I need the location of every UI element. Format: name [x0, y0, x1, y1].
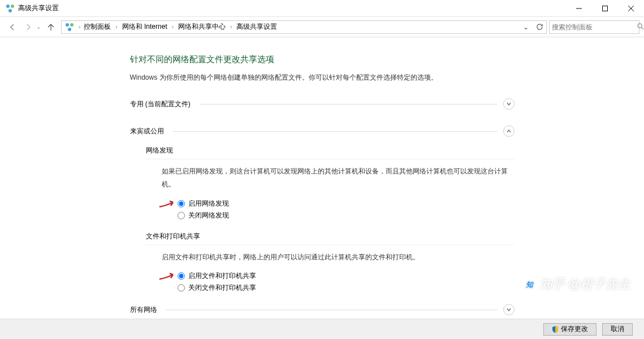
svg-line-11 — [641, 27, 643, 29]
chevron-right-icon: › — [171, 24, 175, 30]
chevron-down-icon[interactable] — [503, 98, 515, 110]
chevron-right-icon: › — [229, 24, 233, 30]
breadcrumbs: 控制面板› 网络和 Internet› 网络和共享中心› 高级共享设置 — [81, 22, 279, 32]
divider — [173, 131, 498, 132]
up-button[interactable] — [44, 20, 58, 34]
page-heading: 针对不同的网络配置文件更改共享选项 — [130, 54, 515, 65]
footer: 保存更改 取消 — [0, 319, 644, 339]
svg-point-10 — [638, 23, 642, 27]
radio-label: 关闭文件和打印机共享 — [188, 283, 256, 293]
divider — [200, 104, 498, 105]
svg-point-0 — [6, 5, 10, 8]
app-icon — [6, 4, 15, 13]
chevron-right-icon: › — [114, 24, 118, 30]
location-icon — [65, 23, 74, 32]
navbar: ⌄ › 控制面板› 网络和 Internet› 网络和共享中心› 高级共享设置 … — [0, 17, 644, 37]
section-private[interactable]: 专用 (当前配置文件) — [130, 95, 515, 113]
history-dropdown[interactable]: ⌄ — [36, 24, 44, 30]
refresh-button[interactable] — [533, 21, 546, 33]
group-title-text: 网络发现 — [146, 146, 173, 154]
annotation-arrow-icon — [158, 272, 176, 280]
divider — [146, 159, 515, 159]
group-network-discovery-title: 网络发现 — [146, 146, 515, 159]
svg-point-1 — [11, 5, 14, 8]
chevron-up-icon[interactable] — [503, 125, 515, 137]
zhihu-icon: 知 — [523, 278, 535, 290]
section-label: 专用 (当前配置文件) — [130, 99, 191, 109]
back-button[interactable] — [5, 19, 20, 35]
search-input[interactable] — [552, 23, 637, 31]
section-label: 来宾或公用 — [130, 127, 164, 136]
page-description: Windows 为你所使用的每个网络创建单独的网络配置文件。你可以针对每个配置文… — [130, 73, 515, 82]
minimize-button[interactable] — [566, 0, 592, 17]
chevron-right-icon: › — [77, 24, 81, 30]
shield-icon — [552, 326, 559, 333]
svg-text:知: 知 — [525, 280, 534, 289]
svg-rect-12 — [523, 278, 535, 290]
cancel-button[interactable]: 取消 — [602, 323, 633, 336]
radio-enable-network-discovery[interactable]: 启用网络发现 — [178, 199, 515, 208]
save-button[interactable]: 保存更改 — [543, 323, 597, 336]
annotation-arrow-icon — [158, 200, 176, 208]
watermark-text: 知乎 @橙子先生 — [540, 276, 630, 293]
radio-disable-file-sharing[interactable]: 关闭文件和打印机共享 — [178, 283, 515, 293]
svg-point-7 — [66, 23, 69, 27]
window-controls — [566, 0, 644, 17]
forward-button[interactable] — [20, 19, 36, 35]
divider — [166, 310, 498, 310]
radio-input[interactable] — [178, 212, 185, 219]
radio-disable-network-discovery[interactable]: 关闭网络发现 — [178, 211, 515, 220]
section-guest[interactable]: 来宾或公用 — [130, 122, 515, 140]
radio-input[interactable] — [178, 272, 185, 280]
content-area: 针对不同的网络配置文件更改共享选项 Windows 为你所使用的每个网络创建单独… — [0, 37, 644, 319]
address-dropdown[interactable]: ⌄ — [519, 21, 533, 33]
radio-enable-file-sharing[interactable]: 启用文件和打印机共享 — [178, 271, 515, 281]
network-discovery-description: 如果已启用网络发现，则这台计算机可以发现网络上的其他计算机和设备，而且其他网络计… — [162, 165, 515, 191]
section-all-networks[interactable]: 所有网络 — [130, 301, 515, 319]
svg-point-9 — [68, 28, 71, 31]
radio-input[interactable] — [178, 200, 185, 207]
watermark: 知 知乎 @橙子先生 — [523, 276, 630, 293]
group-file-sharing-title: 文件和打印机共享 — [146, 232, 515, 245]
radio-label: 启用网络发现 — [188, 199, 229, 208]
breadcrumb-item[interactable]: 控制面板 — [81, 22, 113, 32]
network-discovery-radios: 启用网络发现 关闭网络发现 — [178, 199, 515, 220]
titlebar: 高级共享设置 — [0, 0, 644, 17]
guest-content: 网络发现 如果已启用网络发现，则这台计算机可以发现网络上的其他计算机和设备，而且… — [146, 146, 515, 293]
chevron-down-icon[interactable] — [503, 304, 515, 315]
button-label: 取消 — [611, 324, 624, 334]
breadcrumb-item[interactable]: 高级共享设置 — [234, 22, 279, 32]
breadcrumb-item[interactable]: 网络和共享中心 — [176, 22, 228, 32]
file-sharing-description: 启用文件和打印机共享时，网络上的用户可以访问通过此计算机共享的文件和打印机。 — [162, 251, 515, 264]
button-label: 保存更改 — [561, 324, 588, 334]
maximize-button[interactable] — [592, 0, 618, 17]
svg-point-2 — [8, 9, 12, 12]
group-title-text: 文件和打印机共享 — [146, 232, 200, 240]
radio-label: 启用文件和打印机共享 — [188, 271, 256, 281]
svg-rect-4 — [603, 6, 608, 11]
divider — [146, 245, 515, 245]
search-box[interactable] — [549, 20, 639, 34]
search-icon — [637, 23, 644, 32]
close-button[interactable] — [618, 0, 644, 17]
section-label: 所有网络 — [130, 305, 157, 315]
svg-point-8 — [70, 23, 74, 27]
file-sharing-radios: 启用文件和打印机共享 关闭文件和打印机共享 — [178, 271, 515, 293]
breadcrumb-item[interactable]: 网络和 Internet — [120, 22, 170, 32]
address-bar[interactable]: › 控制面板› 网络和 Internet› 网络和共享中心› 高级共享设置 ⌄ — [61, 20, 547, 34]
radio-input[interactable] — [178, 284, 185, 292]
radio-label: 关闭网络发现 — [188, 211, 229, 220]
window-title: 高级共享设置 — [18, 3, 566, 13]
